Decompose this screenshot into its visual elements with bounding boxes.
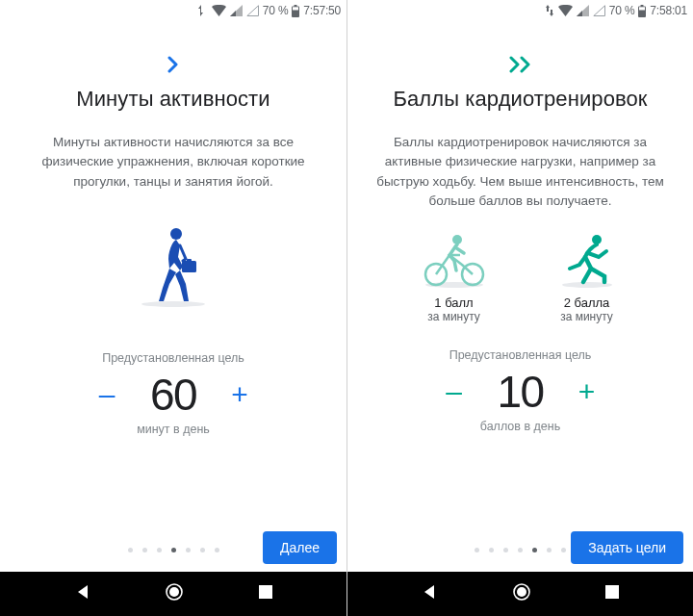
home-icon[interactable] (165, 582, 184, 605)
goal-label: Предустановленная цель (449, 348, 592, 362)
activity-label: 2 балла (564, 295, 610, 310)
android-navbar (347, 572, 693, 616)
battery-icon (638, 5, 646, 17)
clock: 7:57:50 (303, 4, 341, 17)
svg-rect-5 (182, 261, 196, 272)
page-title: Минуты активности (76, 87, 270, 112)
pager-dot[interactable] (547, 548, 552, 552)
wifi-icon (212, 5, 226, 16)
bottom-row: Далее (0, 527, 346, 572)
pager-dot-active[interactable] (532, 548, 537, 552)
activity-label: 1 балл (434, 295, 473, 310)
goal-label: Предустановленная цель (102, 351, 244, 365)
page-description: Минуты активности начисляются за все физ… (23, 133, 323, 192)
activity-examples: 1 балл за минуту 2 балла (406, 230, 635, 323)
chevron-icon (167, 56, 180, 77)
pager-dot[interactable] (128, 548, 133, 552)
pager-dot[interactable] (215, 548, 219, 552)
increase-button[interactable]: + (225, 380, 254, 409)
battery-percent: 70 % (263, 4, 289, 17)
back-icon[interactable] (421, 583, 438, 604)
pager-dot[interactable] (142, 548, 147, 552)
svg-point-3 (141, 301, 205, 307)
signal-empty-icon (593, 5, 605, 16)
next-button[interactable]: Далее (263, 531, 337, 564)
battery-icon (292, 5, 299, 17)
phone-right: 70 % 7:58:01 Баллы кардиотренировок Балл… (346, 0, 693, 616)
set-goals-button[interactable]: Задать цели (571, 531, 683, 564)
activity-sublabel: за минуту (560, 310, 613, 323)
activity-item-running: 2 балла за минуту (539, 230, 635, 323)
goal-unit: минут в день (137, 423, 210, 436)
runner-icon (556, 230, 618, 288)
data-arrows-icon (198, 5, 208, 16)
decrease-button[interactable]: – (440, 377, 469, 406)
pager-dot[interactable] (518, 548, 523, 552)
bottom-row: Задать цели (347, 527, 693, 572)
cyclist-icon (420, 230, 489, 288)
pager-dot[interactable] (489, 548, 494, 552)
status-bar: 70 % 7:57:50 (0, 0, 346, 21)
android-navbar (0, 572, 346, 616)
goal-unit: баллов в день (480, 420, 560, 433)
svg-point-8 (169, 587, 179, 597)
back-icon[interactable] (74, 583, 91, 604)
svg-rect-2 (293, 7, 298, 10)
signal-icon (577, 5, 589, 16)
pager-dot[interactable] (561, 548, 566, 552)
data-arrows-icon (545, 5, 554, 16)
status-bar: 70 % 7:58:01 (347, 0, 693, 21)
signal-icon (230, 5, 243, 16)
increase-button[interactable]: + (573, 377, 602, 406)
onboarding-content: Минуты активности Минуты активности начи… (0, 21, 346, 527)
goal-stepper: – 10 + (440, 366, 602, 418)
decrease-button[interactable]: – (92, 380, 121, 409)
pager-dots (128, 548, 219, 552)
activity-item-cycling: 1 балл за минуту (406, 230, 502, 323)
svg-rect-21 (605, 585, 619, 599)
svg-rect-12 (639, 7, 645, 10)
svg-rect-1 (295, 5, 297, 7)
pager-dot[interactable] (475, 548, 479, 552)
onboarding-content: Баллы кардиотренировок Баллы кардиотрени… (347, 21, 693, 527)
walking-man-icon (138, 224, 209, 307)
goal-value: 60 (142, 369, 204, 421)
pager-dots (475, 548, 566, 552)
signal-empty-icon (246, 5, 259, 16)
clock: 7:58:01 (650, 4, 687, 17)
pager-dot-active[interactable] (171, 548, 176, 552)
wifi-icon (558, 5, 573, 16)
page-title: Баллы кардиотренировок (393, 87, 647, 112)
pager-dot[interactable] (157, 548, 162, 552)
battery-percent: 70 % (609, 4, 635, 17)
home-icon[interactable] (512, 582, 531, 605)
activity-sublabel: за минуту (427, 310, 480, 323)
goal-stepper: – 60 + (92, 369, 254, 421)
double-chevron-icon (508, 56, 533, 77)
recents-icon[interactable] (604, 584, 620, 603)
goal-value: 10 (490, 366, 552, 418)
page-description: Баллы кардиотренировок начисляются за ак… (371, 133, 670, 211)
svg-point-20 (517, 587, 526, 597)
pager-dot[interactable] (503, 548, 508, 552)
recents-icon[interactable] (258, 584, 273, 603)
svg-rect-9 (259, 585, 272, 599)
svg-point-4 (170, 228, 182, 240)
svg-rect-11 (641, 5, 644, 7)
phone-left: 70 % 7:57:50 Минуты активности Минуты ак… (0, 0, 346, 616)
pager-dot[interactable] (200, 548, 205, 552)
pager-dot[interactable] (186, 548, 191, 552)
